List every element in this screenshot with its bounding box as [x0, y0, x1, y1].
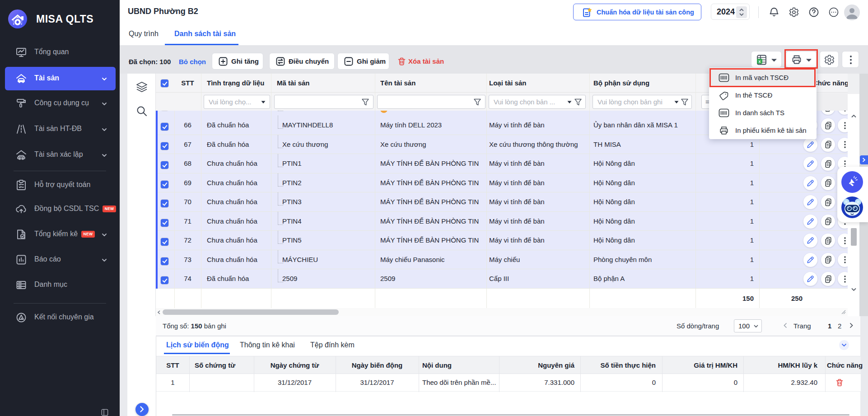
svg-text:x: x — [758, 59, 761, 64]
